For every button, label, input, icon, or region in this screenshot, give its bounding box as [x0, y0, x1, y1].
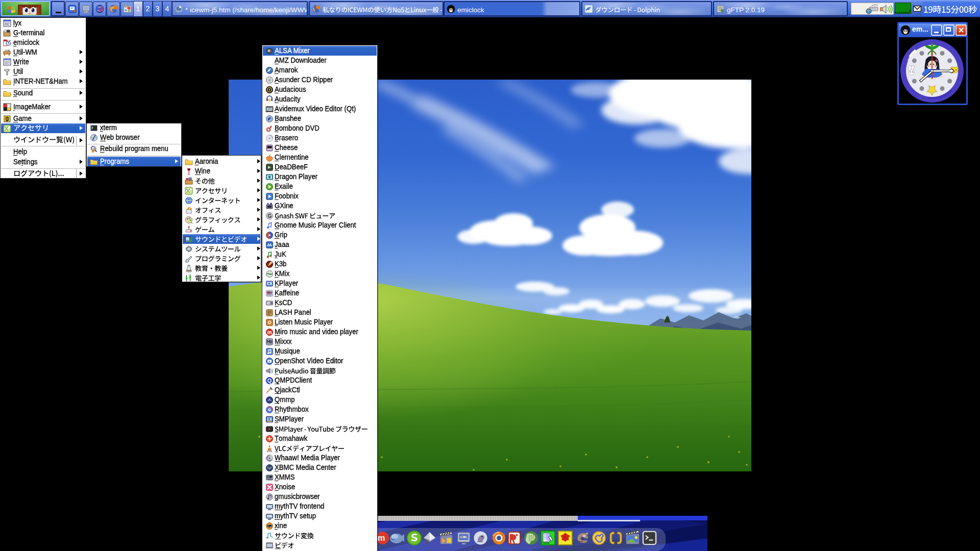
- svg-text:G: G: [268, 213, 272, 218]
- svg-text:m: m: [378, 533, 385, 542]
- svg-text:Q: Q: [267, 378, 272, 384]
- svg-text:m: m: [267, 329, 272, 335]
- svg-text:FREE: FREE: [542, 541, 550, 544]
